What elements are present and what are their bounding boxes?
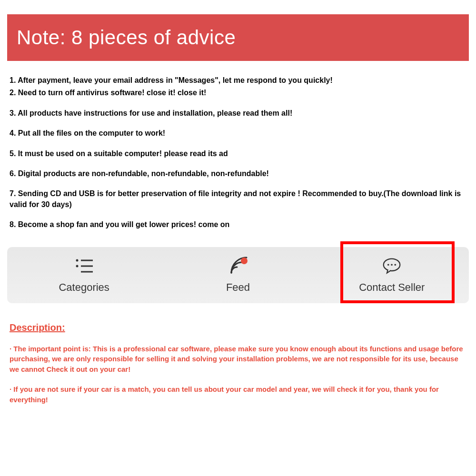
description-title: Description: — [10, 322, 466, 333]
nav-bar: Categories Feed — [7, 247, 469, 303]
document-container: Note: 8 pieces of advice 1. After paymen… — [0, 0, 476, 405]
advice-item-1: 1. After payment, leave your email addre… — [10, 75, 466, 86]
feed-icon — [228, 257, 248, 276]
nav-feed-label: Feed — [226, 281, 250, 294]
highlight-box — [340, 241, 455, 303]
advice-item-2: 2. Need to turn off antivirus software! … — [10, 88, 466, 98]
page-title: Note: 8 pieces of advice — [17, 26, 459, 49]
notification-dot-icon — [241, 258, 248, 264]
description-para-1: · The important point is: This is a prof… — [10, 344, 466, 375]
advice-item-4: 4. Put all the files on the computer to … — [10, 128, 466, 139]
svg-point-2 — [76, 265, 78, 267]
list-icon — [75, 257, 94, 276]
description-section: Description: · The important point is: T… — [7, 322, 469, 405]
nav-categories-label: Categories — [59, 281, 109, 294]
nav-categories[interactable]: Categories — [7, 257, 161, 294]
nav-feed[interactable]: Feed — [161, 257, 315, 294]
advice-item-8: 8. Become a shop fan and you will get lo… — [10, 219, 466, 230]
svg-point-0 — [76, 259, 78, 261]
advice-item-7: 7. Sending CD and USB is for better pres… — [10, 188, 466, 210]
advice-list: 1. After payment, leave your email addre… — [7, 75, 469, 230]
advice-item-5: 5. It must be used on a suitable compute… — [10, 149, 466, 159]
header-banner: Note: 8 pieces of advice — [7, 14, 469, 61]
description-para-2: · If you are not sure if your car is a m… — [10, 384, 466, 405]
advice-item-6: 6. Digital products are non-refundable, … — [10, 169, 466, 179]
advice-item-3: 3. All products have instructions for us… — [10, 108, 466, 119]
